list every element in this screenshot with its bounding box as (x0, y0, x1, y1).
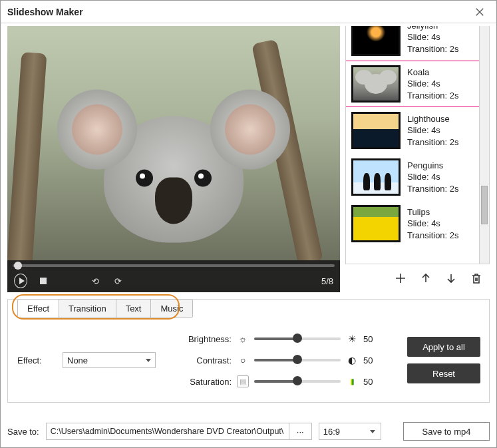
play-icon (14, 274, 27, 288)
thumbnail-transition: Transition: 2s (407, 183, 459, 195)
upper-area: ⟲ ⟳ 5/8 Jellyfish Slide: 4s Transition: … (1, 23, 496, 292)
rotate-left-button[interactable]: ⟲ (88, 274, 102, 288)
brightness-value: 50 (363, 334, 381, 344)
save-to-label: Save to: (7, 427, 39, 437)
stop-button[interactable] (37, 274, 50, 288)
browse-button[interactable]: ··· (289, 423, 311, 439)
thumbnail-toolbar (345, 264, 490, 292)
effect-value: None (67, 355, 88, 365)
brightness-low-icon: ☼ (237, 333, 249, 345)
preview-image (7, 26, 340, 292)
save-to-mp4-button[interactable]: Save to mp4 (403, 422, 490, 441)
trash-icon (470, 272, 482, 284)
contrast-value: 50 (363, 355, 381, 365)
rotate-left-icon: ⟲ (92, 276, 99, 286)
thumbnail-transition: Transition: 2s (407, 230, 459, 242)
move-up-button[interactable] (419, 272, 432, 285)
saturation-low-icon: ▤ (237, 375, 249, 387)
title-bar: Slideshow Maker (1, 1, 496, 23)
move-down-button[interactable] (444, 272, 458, 285)
effect-buttons: Apply to all Reset (407, 333, 484, 387)
tab-effect[interactable]: Effect (18, 300, 59, 318)
thumbnail-slide: Slide: 4s (407, 218, 459, 230)
brightness-slider[interactable] (254, 337, 341, 340)
contrast-row: Contrast: ○ ◐ 50 (182, 354, 381, 366)
seek-bar[interactable] (13, 264, 335, 267)
apply-all-button[interactable]: Apply to all (407, 337, 480, 357)
close-icon (475, 7, 484, 17)
reset-button[interactable]: Reset (407, 363, 480, 383)
thumbnail-item[interactable]: Jellyfish Slide: 4s Transition: 2s (346, 26, 489, 61)
play-button[interactable] (14, 274, 27, 288)
saturation-value: 50 (363, 377, 381, 387)
contrast-high-icon: ◐ (346, 354, 358, 366)
thumbnail-slide: Slide: 4s (407, 171, 459, 183)
ellipsis-icon: ··· (297, 427, 304, 437)
aspect-ratio-value: 16:9 (323, 427, 340, 437)
effect-panel: Effect Transition Text Music Effect: Non… (7, 299, 490, 403)
thumbnail-transition: Transition: 2s (407, 136, 459, 148)
thumbnail-image (351, 65, 401, 103)
tab-transition[interactable]: Transition (59, 300, 116, 318)
tab-text[interactable]: Text (116, 300, 152, 318)
arrow-down-icon (445, 272, 457, 284)
chevron-down-icon (370, 430, 375, 433)
rotate-right-button[interactable]: ⟳ (111, 274, 124, 288)
thumbnail-transition: Transition: 2s (407, 43, 459, 55)
thumbnail-image (351, 26, 401, 56)
thumbnail-slide: Slide: 4s (407, 31, 459, 43)
thumbnail-item[interactable]: Lighthouse Slide: 4s Transition: 2s (346, 107, 489, 154)
thumbnail-scrollbar[interactable] (479, 26, 489, 264)
contrast-low-icon: ○ (237, 354, 249, 366)
thumbnail-name: Jellyfish (407, 26, 459, 31)
thumbnail-name: Penguins (407, 160, 459, 172)
close-button[interactable] (470, 2, 490, 22)
aspect-ratio-dropdown[interactable]: 16:9 (319, 423, 381, 440)
rotate-right-icon: ⟳ (114, 276, 122, 286)
delete-slide-button[interactable] (470, 272, 483, 285)
thumbnail-slide: Slide: 4s (407, 78, 459, 90)
thumbnail-list[interactable]: Jellyfish Slide: 4s Transition: 2s Koala… (345, 26, 490, 264)
brightness-row: Brightness: ☼ ☀ 50 (182, 333, 381, 345)
effect-select-row: Effect: None (17, 333, 156, 387)
stop-icon (40, 278, 47, 284)
thumbnail-item[interactable]: Koala Slide: 4s Transition: 2s (346, 61, 489, 107)
thumbnail-image (351, 112, 401, 149)
saturation-slider[interactable] (254, 380, 341, 383)
saturation-row: Saturation: ▤ ▮ 50 (182, 375, 381, 387)
side-column: Jellyfish Slide: 4s Transition: 2s Koala… (345, 26, 490, 292)
contrast-slider[interactable] (254, 359, 341, 361)
add-slide-button[interactable] (394, 272, 407, 285)
plus-icon (395, 272, 407, 284)
preview-column: ⟲ ⟳ 5/8 (7, 26, 340, 292)
app-title: Slideshow Maker (7, 7, 470, 17)
thumbnail-item[interactable]: Penguins Slide: 4s Transition: 2s (346, 154, 489, 200)
thumbnail-name: Tulips (407, 206, 459, 218)
save-row: Save to: C:\Users\admin\Documents\Wonder… (7, 422, 490, 441)
thumbnail-image (351, 205, 401, 242)
effect-label: Effect: (17, 355, 51, 365)
arrow-up-icon (420, 272, 432, 284)
thumbnail-image (351, 158, 401, 196)
scrollbar-thumb[interactable] (481, 186, 488, 224)
chevron-down-icon (146, 359, 151, 362)
tabs: Effect Transition Text Music (17, 299, 193, 318)
effect-dropdown[interactable]: None (63, 352, 156, 368)
brightness-high-icon: ☀ (346, 333, 358, 345)
thumbnail-slide: Slide: 4s (407, 124, 459, 136)
save-path-box: C:\Users\admin\Documents\Wondershare DVD… (46, 423, 312, 440)
save-path-input[interactable]: C:\Users\admin\Documents\Wondershare DVD… (47, 423, 289, 439)
saturation-label: Saturation: (182, 377, 232, 387)
contrast-label: Contrast: (182, 355, 232, 365)
slideshow-maker-window: Slideshow Maker (0, 0, 497, 448)
thumbnail-name: Koala (407, 67, 459, 79)
thumbnail-name: Lighthouse (407, 113, 459, 125)
preview-controls: ⟲ ⟳ 5/8 (7, 260, 340, 292)
tab-music[interactable]: Music (151, 300, 192, 318)
saturation-high-icon: ▮ (346, 375, 358, 387)
sliders-group: Brightness: ☼ ☀ 50 Contrast: ○ ◐ 50 Satu… (182, 333, 381, 387)
brightness-label: Brightness: (182, 334, 232, 344)
thumbnail-item[interactable]: Tulips Slide: 4s Transition: 2s (346, 200, 489, 247)
preview-frame: ⟲ ⟳ 5/8 (7, 26, 340, 292)
thumbnail-transition: Transition: 2s (407, 90, 459, 102)
